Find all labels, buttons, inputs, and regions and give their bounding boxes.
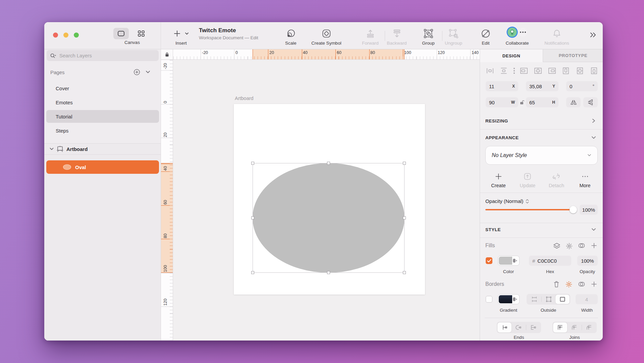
ruler-corner[interactable]: [161, 49, 173, 60]
border-center-button[interactable]: [542, 295, 556, 304]
round-cap-button[interactable]: [512, 322, 526, 332]
border-inside-button[interactable]: [527, 295, 541, 304]
vertical-ruler[interactable]: -20 0 20 40 60 80 100 120: [161, 60, 173, 341]
tab-prototype[interactable]: PROTOTYPE: [543, 49, 603, 62]
add-fill-icon[interactable]: [591, 243, 597, 249]
blend-icon[interactable]: [578, 281, 585, 287]
align-bottom-icon[interactable]: [590, 66, 598, 75]
chevron-right-icon[interactable]: [592, 118, 595, 123]
canvas-view-button[interactable]: [113, 28, 129, 39]
gear-icon[interactable]: [566, 243, 573, 250]
add-page-button[interactable]: [133, 69, 140, 75]
x-position-field[interactable]: 11X: [486, 81, 518, 91]
forward-button[interactable]: Forward: [362, 28, 379, 46]
fill-opacity-field[interactable]: 100%: [577, 256, 598, 266]
opacity-blend-label[interactable]: Opacity (Normal): [485, 198, 529, 204]
stepper-icon[interactable]: [525, 199, 529, 204]
trash-icon[interactable]: [553, 281, 560, 288]
border-outside-button[interactable]: [555, 295, 570, 304]
minimize-button[interactable]: [63, 33, 68, 38]
opacity-slider[interactable]: [485, 209, 573, 210]
flip-vertical-button[interactable]: [583, 97, 598, 107]
artboard-title[interactable]: Artboard: [235, 96, 254, 101]
selection-handle-se[interactable]: [403, 271, 406, 274]
lock-icon: [165, 52, 169, 57]
group-button[interactable]: Group: [422, 28, 435, 46]
align-left-icon[interactable]: [520, 66, 528, 75]
resizing-section-header[interactable]: RESIZING: [485, 118, 508, 123]
selection-handle-sw[interactable]: [251, 271, 254, 274]
collaborators-more-button[interactable]: [519, 28, 527, 37]
sidebar-page-steps[interactable]: Steps: [46, 124, 159, 137]
search-field[interactable]: [47, 50, 159, 61]
notifications-button[interactable]: Notifications: [544, 28, 569, 46]
fill-enabled-checkbox[interactable]: [486, 257, 492, 264]
components-view-button[interactable]: [133, 28, 149, 39]
create-symbol-button[interactable]: Create Symbol: [311, 28, 341, 46]
scale-button[interactable]: Scale: [285, 28, 297, 46]
projecting-cap-button[interactable]: [526, 322, 540, 332]
flip-horizontal-button[interactable]: [566, 97, 581, 107]
distribute-vertical-icon[interactable]: [500, 66, 508, 75]
border-enabled-checkbox[interactable]: [486, 296, 492, 303]
layer-artboard-row[interactable]: Artboard: [44, 144, 161, 154]
miter-join-button[interactable]: [553, 322, 567, 332]
layer-oval-row[interactable]: Oval: [46, 160, 159, 174]
style-section-header[interactable]: STYLE: [485, 227, 501, 232]
fill-color-swatch[interactable]: [498, 256, 520, 266]
border-width-field[interactable]: 4: [576, 294, 598, 304]
detach-style-button[interactable]: Detach: [549, 172, 564, 188]
y-position-field[interactable]: 35,08Y: [526, 81, 558, 91]
chevron-down-icon[interactable]: [591, 228, 596, 231]
maximize-button[interactable]: [74, 33, 79, 38]
more-styles-button[interactable]: More: [579, 172, 590, 188]
layers-icon[interactable]: [553, 243, 560, 249]
selection-handle-w[interactable]: [251, 216, 254, 219]
toolbar-overflow-button[interactable]: [589, 29, 597, 41]
fill-hex-field[interactable]: # C0C0C0: [529, 256, 571, 266]
chevron-down-icon[interactable]: [591, 136, 596, 139]
backward-button[interactable]: Backward: [387, 28, 407, 46]
selection-handle-e[interactable]: [403, 216, 406, 219]
document-title-block[interactable]: Twitch Emote Workspace Document — Edit: [199, 27, 258, 40]
unlock-proportions-icon[interactable]: [520, 100, 525, 105]
appearance-section-header[interactable]: APPEARANCE: [485, 135, 519, 140]
layer-style-dropdown[interactable]: No Layer Style: [485, 146, 598, 165]
ungroup-button[interactable]: Ungroup: [445, 28, 462, 46]
opacity-value-field[interactable]: 100%: [580, 205, 598, 215]
update-style-button[interactable]: Update: [520, 172, 536, 188]
bevel-join-button[interactable]: [582, 322, 596, 332]
sidebar-page-cover[interactable]: Cover: [46, 82, 159, 95]
height-field[interactable]: 65H: [526, 97, 558, 107]
edit-button[interactable]: Edit: [481, 28, 491, 46]
align-center-horizontal-icon[interactable]: [534, 66, 542, 75]
sidebar-page-emotes[interactable]: Emotes: [46, 96, 159, 109]
insert-button[interactable]: Insert: [173, 28, 189, 46]
collaborate-avatar[interactable]: [507, 28, 517, 37]
align-top-icon[interactable]: [562, 66, 570, 75]
selection-handle-nw[interactable]: [251, 162, 254, 165]
border-gear-icon[interactable]: [566, 281, 573, 288]
rotation-field[interactable]: 0°: [566, 81, 598, 91]
sidebar-page-tutorial[interactable]: Tutorial: [46, 110, 159, 123]
collapse-pages-icon[interactable]: [146, 70, 150, 73]
selection-handle-ne[interactable]: [403, 162, 406, 165]
create-style-button[interactable]: Create: [491, 172, 506, 188]
selection-handle-n[interactable]: [327, 162, 330, 165]
blend-icon[interactable]: [578, 243, 585, 249]
canvas-area[interactable]: -20 0 20 40 60 80 100 120 140 -20 0 20 4…: [161, 49, 480, 341]
opacity-slider-knob[interactable]: [570, 206, 577, 213]
round-join-button[interactable]: [567, 322, 581, 332]
width-field[interactable]: 90W: [486, 97, 518, 107]
butt-cap-button[interactable]: [497, 322, 512, 332]
align-middle-vertical-icon[interactable]: [576, 66, 584, 75]
add-border-icon[interactable]: [591, 281, 597, 287]
search-input[interactable]: [59, 53, 155, 58]
horizontal-ruler[interactable]: -20 0 20 40 60 80 100 120 140: [173, 49, 480, 60]
distribute-horizontal-icon[interactable]: [486, 66, 494, 75]
tab-design[interactable]: DESIGN: [480, 49, 543, 62]
close-button[interactable]: [53, 33, 58, 38]
border-gradient-swatch[interactable]: [498, 294, 520, 304]
align-right-icon[interactable]: [548, 66, 556, 75]
selection-handle-s[interactable]: [327, 271, 330, 274]
